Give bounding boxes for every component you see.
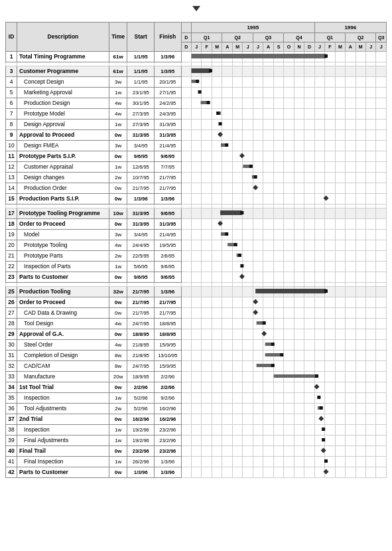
gantt-row-container (181, 382, 191, 393)
quarter-header: Q3 (253, 33, 283, 42)
table-row: 29Approval of G.A.0w18/8/9518/8/95 (6, 329, 387, 340)
month-header-3: M (212, 42, 222, 52)
quarter-header: Q3 (376, 33, 387, 42)
gantt-row-container (181, 183, 191, 194)
gantt-row-container (181, 393, 191, 404)
year-header (181, 23, 191, 33)
gantt-table: IDDescriptionTimeStartFinish19951996DQ1Q… (5, 22, 387, 478)
table-row: 12Customer Appraisal1w12/6/957/7/95 (6, 162, 387, 173)
table-row: 6Production Design4w30/1/9524/2/95 (6, 98, 387, 109)
table-row: 36Tool Adjustments2w5/2/9616/2/96 (6, 404, 387, 414)
table-row: 33Manufacture20w18/9/952/2/96 (6, 372, 387, 382)
gantt-row-container (181, 119, 191, 130)
table-row: 39Final Adjustments1w19/2/9623/2/96 (6, 435, 387, 446)
gantt-row-container (181, 351, 191, 361)
col-header-time: Time (109, 23, 127, 52)
month-header-19: J (376, 42, 387, 52)
table-row: 13Design changes2w10/7/9521/7/95 (6, 173, 387, 183)
month-header-15: M (335, 42, 345, 52)
table-row: 11Prototype Parts S.I.P.0w9/6/959/6/95 (6, 151, 387, 162)
table-row: 18Order to Proceed0w31/3/9531/3/95 (6, 219, 387, 230)
gantt-row-container (181, 240, 191, 251)
table-row: 30Steel Order4w21/8/9515/9/95 (6, 340, 387, 351)
top-arrow (5, 5, 387, 13)
table-row: 1Total Timing Programme61w1/1/951/3/96 (6, 52, 387, 62)
table-row: 7Prototype Model4w27/3/9524/3/95 (6, 109, 387, 119)
table-row: 19Model3w3/4/9521/4/95 (6, 230, 387, 240)
gantt-row-container (181, 151, 191, 162)
gantt-row-container (181, 194, 191, 204)
month-header-7: J (253, 42, 263, 52)
gantt-row-container (181, 141, 191, 151)
gantt-row-container (181, 467, 191, 478)
table-row: 10Design FMEA3w3/4/9521/4/95 (6, 141, 387, 151)
col-header-id: ID (6, 23, 17, 52)
month-header-12: D (304, 42, 314, 52)
month-header-5: M (232, 42, 242, 52)
table-row: 9Approval to Proceed0w31/3/9531/3/95 (6, 130, 387, 141)
gantt-row-container (181, 52, 191, 62)
table-row: 42Parts to Customer0w1/3/961/3/96 (6, 467, 387, 478)
month-header-14: F (325, 42, 335, 52)
gantt-row-container (181, 361, 191, 372)
table-row: 40Final Trail0w23/2/9623/2/96 (6, 446, 387, 457)
gantt-row-container (181, 98, 191, 109)
gantt-row-container (181, 262, 191, 272)
month-header-11: N (294, 42, 304, 52)
quarter-header: D (181, 33, 191, 42)
gantt-row-container (181, 251, 191, 262)
table-row: 20Prototype Tooling4w24/4/9519/5/95 (6, 240, 387, 251)
gantt-row-container (181, 66, 191, 77)
gantt-row-container (181, 329, 191, 340)
month-header-16: A (346, 42, 356, 52)
gantt-row-container (181, 319, 191, 329)
table-row: 3Customer Programme61w1/1/951/3/95 (6, 66, 387, 77)
gantt-row-container (181, 425, 191, 435)
table-row: 25Production Tooling32w21/7/951/3/96 (6, 287, 387, 297)
quarter-header: Q4 (284, 33, 314, 42)
gantt-row-container (181, 173, 191, 183)
table-row: 31Completion of Design8w21/8/9513/10/95 (6, 351, 387, 361)
quarter-header: Q2 (346, 33, 376, 42)
month-header-18: J (365, 42, 375, 52)
gantt-row-container (181, 446, 191, 457)
table-row: 17Prototype Tooling Programme10w31/3/959… (6, 208, 387, 219)
month-header-2: F (202, 42, 212, 52)
year-header: 1995 (192, 23, 315, 33)
gantt-row-container (181, 219, 191, 230)
gantt-row-container (181, 404, 191, 414)
table-row: 23Parts to Customer0w9/6/959/6/95 (6, 272, 387, 283)
table-row: 4Concept Design3w1/1/9520/1/95 (6, 77, 387, 88)
gantt-row-container (181, 77, 191, 88)
col-header-finish: Finish (155, 23, 182, 52)
table-row: 15Production Parts S.I.P.0w1/3/961/3/96 (6, 194, 387, 204)
table-row: 35Inspection1w5/2/969/2/96 (6, 393, 387, 404)
month-header-13: J (314, 42, 324, 52)
month-header-4: A (222, 42, 232, 52)
quarter-header: Q1 (314, 33, 345, 42)
gantt-row-container (181, 230, 191, 240)
table-row: 14Production Order0w21/7/9521/7/95 (6, 183, 387, 194)
gantt-row-container (181, 297, 191, 308)
month-header-0: D (181, 42, 191, 52)
month-header-9: S (273, 42, 283, 52)
table-row: 26Order to Proceed0w21/7/9521/7/95 (6, 297, 387, 308)
gantt-row-container (181, 435, 191, 446)
table-row: 5Marketing Approval1w23/1/9527/1/95 (6, 88, 387, 98)
gantt-row-container (181, 272, 191, 283)
gantt-row-container (181, 457, 191, 467)
gantt-row-container (181, 88, 191, 98)
month-header-17: M (356, 42, 365, 52)
table-row: 372nd Trial0w16/2/9616/2/96 (6, 414, 387, 425)
table-row: 341st Tool Trial0w2/2/962/2/96 (6, 382, 387, 393)
gantt-row-container (181, 287, 191, 297)
table-row: 22Inspection of Parts1w5/6/959/6/95 (6, 262, 387, 272)
gantt-row-container (181, 208, 191, 219)
table-row: 8Design Approval1w27/3/9531/3/95 (6, 119, 387, 130)
quarter-header: Q1 (192, 33, 222, 42)
table-row: 32CAD/CAM8w24/7/9515/9/95 (6, 361, 387, 372)
month-header-8: A (263, 42, 273, 52)
gantt-row-container (181, 308, 191, 319)
gantt-row-container (181, 372, 191, 382)
table-row: 38Inspection1w19/2/9623/2/96 (6, 425, 387, 435)
